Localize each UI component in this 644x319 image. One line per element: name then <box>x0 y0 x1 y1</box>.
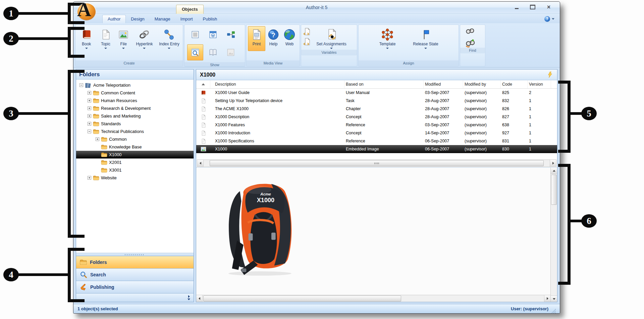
scroll-left-arrow[interactable] <box>197 160 204 167</box>
tab-design[interactable]: Design <box>126 15 149 23</box>
table-row[interactable]: X1000 Features Reference 03-Sep-2007 (su… <box>196 121 557 129</box>
tab-author[interactable]: Author <box>102 15 126 23</box>
sort-column-header[interactable] <box>196 80 210 88</box>
lightning-icon[interactable] <box>547 72 553 78</box>
topic-icon <box>201 106 206 112</box>
tree-item-technical-publications[interactable]: Technical Publications <box>76 128 194 135</box>
scroll-right-arrow[interactable] <box>544 295 550 302</box>
expand-plus-icon[interactable] <box>88 106 91 110</box>
contents-pane-button[interactable] <box>187 27 203 43</box>
tree-item-x2001[interactable]: X2001 <box>76 158 194 166</box>
callout-5-bracket <box>568 81 571 153</box>
expand-plus-icon[interactable] <box>88 176 91 180</box>
table-row[interactable]: X1000 Specifications Reference 06-Sep-20… <box>196 137 557 145</box>
expand-plus-icon[interactable] <box>96 137 99 141</box>
tab-manage[interactable]: Manage <box>150 15 175 23</box>
minimize-button[interactable] <box>512 4 521 10</box>
relationships-pane-button[interactable] <box>223 27 239 43</box>
variable-doc-button[interactable] <box>303 28 311 36</box>
tree-item-sales-and-marketing[interactable]: Sales and Marketing <box>76 112 194 120</box>
maximize-button[interactable] <box>528 4 537 10</box>
index-entry-button[interactable]: Index Entry <box>157 26 181 50</box>
find-replace-button[interactable] <box>465 38 480 48</box>
expand-plus-icon[interactable] <box>88 91 91 95</box>
topic-button[interactable]: Topic <box>96 26 115 50</box>
help-icon[interactable] <box>544 16 550 22</box>
column-based-on[interactable]: Based on <box>344 80 424 88</box>
app-menu-button[interactable]: A <box>76 3 98 21</box>
tree-item-x3001[interactable]: X3001 <box>76 166 194 174</box>
column-modified-by[interactable]: Modified by <box>463 80 501 88</box>
preview-pane-button[interactable] <box>205 27 221 43</box>
scrollbar-thumb[interactable] <box>210 160 544 166</box>
panel-splitter[interactable] <box>76 253 194 256</box>
folder-tree: Acme Teleportation Common Content Human … <box>76 80 194 253</box>
tree-item-standards[interactable]: Standards <box>76 120 194 128</box>
preview-vertical-scrollbar[interactable] <box>550 168 557 302</box>
image-pane-button[interactable] <box>223 44 239 60</box>
table-row[interactable]: X1000 Description Concept 28-Aug-2007 (s… <box>196 113 557 121</box>
scroll-up-arrow[interactable] <box>551 168 557 174</box>
sort-ascending-icon <box>202 83 205 85</box>
quick-preview-button[interactable] <box>187 44 203 60</box>
scrollbar-thumb[interactable] <box>203 295 401 302</box>
tab-publish[interactable]: Publish <box>198 15 222 23</box>
table-row-selected[interactable]: X1000 Embedded Image 06-Sep-2007 (superv… <box>196 145 557 153</box>
file-icon <box>118 28 129 42</box>
find-button[interactable] <box>465 27 480 36</box>
web-view-button[interactable]: Web <box>281 26 298 47</box>
tree-item-common-content[interactable]: Common Content <box>76 89 194 97</box>
print-view-button[interactable]: Print <box>248 26 265 51</box>
column-version[interactable]: Version <box>528 80 551 88</box>
help-view-button[interactable]: Help <box>265 26 281 47</box>
file-button[interactable]: File <box>115 26 132 50</box>
topic-icon <box>100 28 111 42</box>
collapse-minus-icon[interactable] <box>79 83 83 87</box>
expand-plus-icon[interactable] <box>88 122 91 126</box>
topic-icon <box>201 98 206 104</box>
table-row[interactable]: The ACME X1000 Chapter 28-Aug-2007 (supe… <box>196 105 557 113</box>
scroll-right-arrow[interactable] <box>550 160 556 167</box>
release-state-button[interactable]: Release State <box>409 26 442 50</box>
scrollbar-thumb[interactable] <box>551 175 557 205</box>
resize-grip[interactable] <box>551 309 556 313</box>
configure-buttons-icon[interactable] <box>187 295 190 300</box>
book-preview-button[interactable] <box>205 44 221 60</box>
tab-import[interactable]: Import <box>175 15 198 23</box>
tree-item-knowledge-base[interactable]: Knowledge Base <box>76 143 194 151</box>
scroll-down-arrow[interactable] <box>551 295 557 302</box>
tree-item-acme-teleportation[interactable]: Acme Teleportation <box>76 81 194 89</box>
table-row[interactable]: X1000 User Guide User Manual 03-Sep-2007… <box>196 89 557 97</box>
nav-publishing-button[interactable]: Publishing <box>76 281 194 293</box>
table-row[interactable]: X1000 Introduction Concept 14-Sep-2007 (… <box>196 129 557 137</box>
tree-item-human-resources[interactable]: Human Resources <box>76 97 194 104</box>
tree-item-research-development[interactable]: Research & Development <box>76 104 194 112</box>
close-button[interactable] <box>544 4 553 10</box>
nav-folders-button[interactable]: Folders <box>76 256 194 268</box>
folder-icon <box>101 152 107 157</box>
callout-2-connector <box>17 37 70 40</box>
expand-plus-icon[interactable] <box>88 99 91 102</box>
nav-search-button[interactable]: Search <box>76 268 194 281</box>
expand-plus-icon[interactable] <box>88 114 91 118</box>
binoculars-icon <box>465 27 475 36</box>
variable-doc-button[interactable] <box>303 38 311 46</box>
scroll-left-arrow[interactable] <box>196 295 203 302</box>
collapse-minus-icon[interactable] <box>88 130 91 133</box>
hyperlink-button[interactable]: Hyperlink <box>132 26 157 50</box>
folder-icon <box>101 137 107 142</box>
preview-horizontal-scrollbar[interactable] <box>196 295 550 302</box>
column-code[interactable]: Code <box>501 80 528 88</box>
table-row[interactable]: Setting Up Your Teleportation device Tas… <box>196 97 557 105</box>
tree-item-website[interactable]: Website <box>76 174 194 182</box>
table-horizontal-scrollbar[interactable] <box>197 160 556 167</box>
column-description[interactable]: Description <box>210 80 344 88</box>
set-assignments-button[interactable]: Set Assignments <box>313 26 350 50</box>
chevron-down-icon[interactable] <box>552 18 554 20</box>
tree-item-common[interactable]: Common <box>76 135 194 143</box>
index-entry-icon <box>163 28 175 42</box>
column-modified[interactable]: Modified <box>424 80 463 88</box>
group-label-media-view: Media View <box>247 60 300 66</box>
template-button[interactable]: Template <box>375 26 400 50</box>
tree-item-x1000-selected[interactable]: X1000 <box>76 151 194 158</box>
